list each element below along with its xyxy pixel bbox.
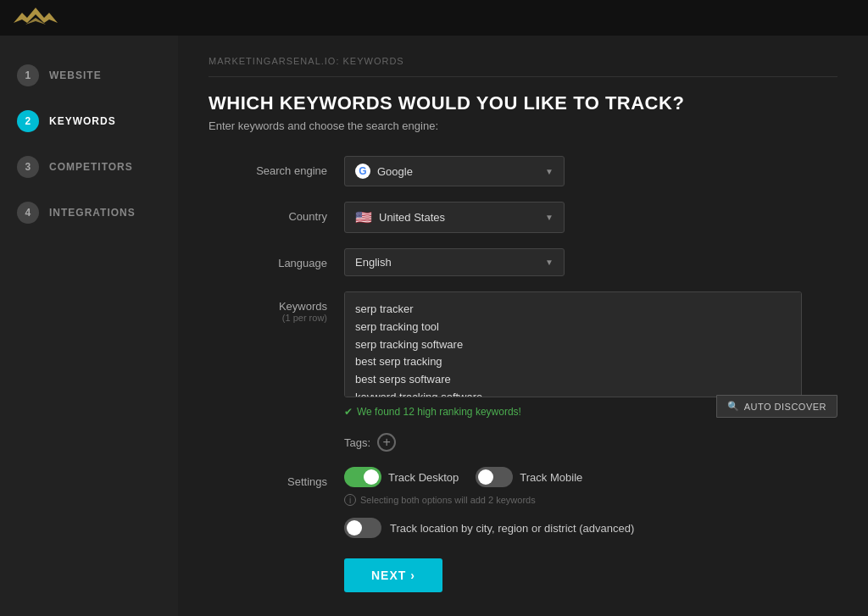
next-button[interactable]: NEXT › xyxy=(344,558,442,592)
keywords-sub-label: (1 per row) xyxy=(209,313,327,323)
location-label: Track location by city, region or distri… xyxy=(390,522,634,535)
settings-content: Track Desktop Track Mobile i Selecting b… xyxy=(344,467,634,538)
track-mobile-label: Track Mobile xyxy=(520,471,582,484)
language-label: Language xyxy=(209,248,344,269)
page-subtitle: Enter keywords and choose the search eng… xyxy=(209,119,837,132)
keywords-textarea[interactable]: serp tracker serp tracking tool serp tra… xyxy=(344,291,802,397)
toggle-row: Track Desktop Track Mobile xyxy=(344,467,634,487)
search-engine-value: Google xyxy=(377,165,413,178)
sidebar-item-website[interactable]: 1 WEBSITE xyxy=(0,53,178,98)
language-dropdown-arrow: ▼ xyxy=(545,258,554,267)
google-icon: G xyxy=(355,164,370,179)
auto-discover-label: AUTO DISCOVER xyxy=(744,402,826,412)
content-area: MARKETINGARSENAL.IO: KEYWORDS WHICH KEYW… xyxy=(178,36,868,616)
settings-info: i Selecting both options will add 2 keyw… xyxy=(344,494,634,506)
sidebar-item-competitors[interactable]: 3 COMPETITORS xyxy=(0,144,178,190)
language-select[interactable]: English ▼ xyxy=(344,248,565,276)
country-label: Country xyxy=(209,202,344,223)
country-dropdown-arrow: ▼ xyxy=(545,213,554,222)
sidebar-item-integrations[interactable]: 4 INTEGRATIONS xyxy=(0,190,178,236)
sidebar-label-website: WEBSITE xyxy=(49,69,102,81)
language-select-left: English xyxy=(355,256,392,269)
country-value: United States xyxy=(379,211,445,224)
topbar xyxy=(0,0,868,36)
settings-info-text: Selecting both options will add 2 keywor… xyxy=(360,495,536,505)
track-desktop-label: Track Desktop xyxy=(388,471,459,484)
search-engine-label: Search engine xyxy=(209,156,344,177)
settings-label: Settings xyxy=(209,467,344,488)
step-circle-3: 3 xyxy=(17,156,39,178)
language-row: Language English ▼ xyxy=(209,248,837,276)
country-row: Country 🇺🇸 United States ▼ xyxy=(209,202,837,233)
sidebar-label-competitors: COMPETITORS xyxy=(49,161,133,173)
track-desktop-toggle-item: Track Desktop xyxy=(344,467,459,487)
auto-discover-button[interactable]: 🔍 AUTO DISCOVER xyxy=(716,395,837,418)
next-button-row: NEXT › xyxy=(209,558,837,592)
tags-row: Tags: + xyxy=(209,433,837,452)
search-engine-dropdown-arrow: ▼ xyxy=(545,167,554,176)
keywords-container: serp tracker serp tracking tool serp tra… xyxy=(344,291,837,418)
step-circle-4: 4 xyxy=(17,202,39,224)
main-layout: 1 WEBSITE 2 KEYWORDS 3 COMPETITORS 4 INT… xyxy=(0,36,868,616)
track-mobile-toggle[interactable] xyxy=(476,467,513,487)
sidebar: 1 WEBSITE 2 KEYWORDS 3 COMPETITORS 4 INT… xyxy=(0,36,178,616)
search-engine-select-left: G Google xyxy=(355,164,413,179)
logo xyxy=(14,6,58,30)
location-toggle-row: Track location by city, region or distri… xyxy=(344,518,634,538)
search-engine-select[interactable]: G Google ▼ xyxy=(344,156,565,186)
tags-add-button[interactable]: + xyxy=(377,433,396,452)
language-value: English xyxy=(355,256,392,269)
step-circle-2: 2 xyxy=(17,110,39,132)
info-icon: i xyxy=(344,494,356,506)
settings-row: Settings Track Desktop Track Mobile i Se… xyxy=(209,467,837,538)
location-toggle[interactable] xyxy=(344,518,381,538)
keywords-label: Keywords (1 per row) xyxy=(209,291,344,323)
page-title: WHICH KEYWORDS WOULD YOU LIKE TO TRACK? xyxy=(209,92,837,114)
country-select[interactable]: 🇺🇸 United States ▼ xyxy=(344,202,565,233)
tags-label: Tags: xyxy=(344,436,370,449)
sidebar-label-integrations: INTEGRATIONS xyxy=(49,207,136,219)
search-icon: 🔍 xyxy=(727,401,740,412)
track-mobile-toggle-item: Track Mobile xyxy=(476,467,582,487)
country-flag: 🇺🇸 xyxy=(355,209,372,225)
country-select-left: 🇺🇸 United States xyxy=(355,209,445,225)
step-circle-1: 1 xyxy=(17,64,39,86)
keywords-row: Keywords (1 per row) serp tracker serp t… xyxy=(209,291,837,418)
sidebar-item-keywords[interactable]: 2 KEYWORDS xyxy=(0,98,178,144)
sidebar-label-keywords: KEYWORDS xyxy=(49,115,116,127)
search-engine-row: Search engine G Google ▼ xyxy=(209,156,837,186)
track-desktop-toggle[interactable] xyxy=(344,467,381,487)
checkmark-icon: ✔ xyxy=(344,406,353,418)
breadcrumb: MARKETINGARSENAL.IO: KEYWORDS xyxy=(209,56,837,77)
